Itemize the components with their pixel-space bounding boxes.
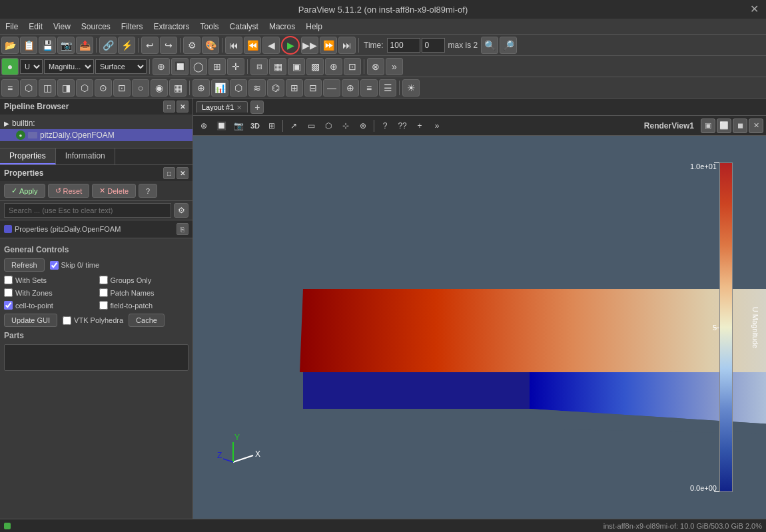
groups-only-label[interactable]: Groups Only [99, 276, 189, 284]
rt-btn-more[interactable]: » [429, 118, 445, 134]
redo-button[interactable]: ↪ [160, 37, 177, 54]
rt-btn-screenshot[interactable]: 📷 [230, 118, 246, 134]
rt-btn-pick[interactable]: ↗ [286, 118, 302, 134]
tb3-btn14[interactable]: ≋ [248, 79, 266, 97]
rt-btn-query[interactable]: ? [377, 118, 393, 134]
apply-button[interactable]: ✓ Apply [4, 184, 45, 198]
menu-filters[interactable]: Filters [116, 21, 149, 33]
grid-button[interactable]: ⊞ [208, 58, 226, 75]
add-view-button[interactable]: + [250, 101, 264, 114]
tb3-btn3[interactable]: ◫ [39, 79, 56, 97]
tb3-btn12[interactable]: 📊 [211, 79, 228, 97]
refresh-button[interactable]: Refresh [4, 258, 45, 272]
delete-button[interactable]: ✕ Delete [92, 184, 136, 198]
search-settings-button[interactable]: ⚙ [174, 203, 189, 218]
properties-close-button[interactable]: ✕ [177, 167, 189, 179]
select3d-button[interactable]: ⊡ [344, 58, 361, 75]
groups-only-checkbox[interactable] [99, 276, 108, 284]
prev-frame-button[interactable]: ⏪ [244, 37, 261, 54]
menu-edit[interactable]: Edit [23, 21, 48, 33]
field-to-patch-label[interactable]: field-to-patch [99, 301, 189, 310]
tb3-btn11[interactable]: ⊕ [192, 79, 210, 97]
properties-maximize-button[interactable]: □ [163, 167, 175, 179]
patch-names-checkbox[interactable] [99, 288, 108, 297]
rt-btn-add[interactable]: + [412, 118, 428, 134]
menu-view[interactable]: View [48, 21, 76, 33]
magnify-button[interactable]: ⧈ [250, 58, 268, 75]
rt-btn-rubber[interactable]: ▭ [303, 118, 319, 134]
tb3-btn17[interactable]: ⊟ [304, 79, 322, 97]
cell-to-point-label[interactable]: cell-to-point [4, 301, 94, 310]
select-block-button[interactable]: ▩ [306, 58, 324, 75]
settings-button[interactable]: ⚙ [183, 37, 200, 54]
step-back-button[interactable]: ◀ [262, 37, 280, 54]
last-frame-button[interactable]: ⏭ [338, 37, 356, 54]
tb3-btn2[interactable]: ⬡ [20, 79, 37, 97]
color-editor-button[interactable]: 🎨 [202, 37, 219, 54]
tb3-btn16[interactable]: ⊞ [286, 79, 303, 97]
menu-help[interactable]: Help [300, 21, 328, 33]
rt-btn-lasso[interactable]: ⊛ [355, 118, 371, 134]
rt-btn-reset[interactable]: ⊕ [196, 118, 212, 134]
tb3-btn9[interactable]: ◉ [151, 79, 168, 97]
undo-button[interactable]: ↩ [141, 37, 159, 54]
tb3-btn5[interactable]: ⬡ [76, 79, 93, 97]
vtk-poly-checkbox[interactable] [63, 316, 71, 325]
menu-catalyst[interactable]: Catalyst [224, 21, 264, 33]
rt-btn-zoom[interactable]: 🔲 [213, 118, 229, 134]
tb3-btn4[interactable]: ◨ [57, 79, 75, 97]
tb3-btn1[interactable]: ≡ [1, 79, 19, 97]
tree-item-builtin[interactable]: ▶ builtin: [0, 117, 192, 129]
vtk-poly-label[interactable]: VTK Polyhedra [63, 316, 123, 325]
tb3-btn22[interactable]: ☀ [402, 79, 420, 97]
cache-button[interactable]: Cache [129, 314, 165, 327]
tb3-btn20[interactable]: ≡ [360, 79, 378, 97]
next-frame-button[interactable]: ⏩ [320, 37, 337, 54]
cell-to-point-checkbox[interactable] [4, 301, 13, 310]
time-input[interactable] [387, 38, 420, 53]
sphere-button[interactable]: ◯ [190, 58, 207, 75]
tb3-btn15[interactable]: ⌬ [267, 79, 284, 97]
view-split-v-button[interactable]: ◼ [733, 119, 747, 133]
tb3-btn18[interactable]: — [323, 79, 340, 97]
tab-properties[interactable]: Properties [0, 148, 56, 164]
tab-information[interactable]: Information [56, 148, 115, 164]
menu-macros[interactable]: Macros [264, 21, 300, 33]
menu-tools[interactable]: Tools [195, 21, 224, 33]
zoom-fit-button[interactable]: 🔎 [500, 37, 517, 54]
more-tools-button[interactable]: » [386, 58, 403, 75]
pipeline-close-button[interactable]: ✕ [177, 101, 189, 113]
tb3-btn21[interactable]: ☰ [379, 79, 396, 97]
update-gui-button[interactable]: Update GUI [4, 314, 57, 327]
reset-camera-button[interactable]: ⊕ [153, 58, 170, 75]
connect-button[interactable]: 🔗 [99, 37, 117, 54]
export-button[interactable]: 📤 [76, 37, 93, 54]
view-close-button[interactable]: ✕ [749, 119, 763, 133]
tb3-btn19[interactable]: ⊕ [342, 79, 359, 97]
menu-sources[interactable]: Sources [76, 21, 116, 33]
disconnect-button[interactable]: ⚡ [118, 37, 135, 54]
rt-btn-query2[interactable]: ?? [394, 118, 410, 134]
with-sets-checkbox[interactable] [4, 276, 13, 284]
canvas-area[interactable]: X Y Z 1.0e+01 5 0.0e+00 [193, 136, 766, 519]
props-copy-button[interactable]: ⎘ [177, 223, 189, 235]
reset-button[interactable]: ↺ Reset [48, 184, 90, 198]
tb3-btn10[interactable]: ▦ [169, 79, 187, 97]
open-file-button[interactable]: 📂 [1, 37, 19, 54]
rt-btn-poly[interactable]: ⬡ [320, 118, 336, 134]
camera-select-button[interactable]: ⊕ [325, 58, 342, 75]
view-split-h-button[interactable]: ⬜ [717, 119, 731, 133]
select-on-button[interactable]: ▣ [288, 58, 305, 75]
save-screenshot-button[interactable]: 📷 [57, 37, 75, 54]
patch-names-label[interactable]: Patch Names [99, 288, 189, 297]
search-input[interactable] [4, 203, 171, 218]
representation-selector[interactable]: Surface Wireframe Points [95, 59, 147, 74]
step-forward-button[interactable]: ▶▶ [301, 37, 318, 54]
tree-item-openfoam[interactable]: ● pitzDaily.OpenFOAM [0, 129, 192, 141]
tb3-btn7[interactable]: ⊡ [113, 79, 131, 97]
tb3-btn6[interactable]: ⊙ [95, 79, 112, 97]
component-selector[interactable]: Magnitu... X Y Z [44, 59, 94, 74]
help-button[interactable]: ? [139, 184, 157, 198]
menu-extractors[interactable]: Extractors [149, 21, 195, 33]
layout-tab-close[interactable]: ✕ [236, 104, 242, 111]
